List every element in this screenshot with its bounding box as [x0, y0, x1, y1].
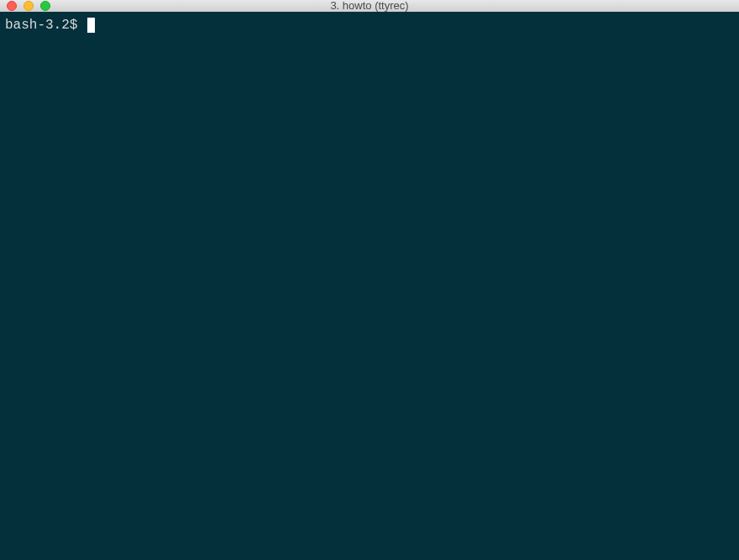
minimize-button[interactable]	[24, 1, 34, 11]
close-button[interactable]	[7, 1, 17, 11]
traffic-lights	[7, 1, 50, 11]
window-title: 3. howto (ttyrec)	[7, 0, 732, 12]
terminal-body[interactable]: bash-3.2$	[0, 12, 739, 560]
window-titlebar: 3. howto (ttyrec)	[0, 0, 739, 12]
prompt-line: bash-3.2$	[5, 17, 734, 34]
cursor-icon	[87, 18, 95, 33]
terminal-window: 3. howto (ttyrec) bash-3.2$	[0, 0, 739, 560]
shell-prompt: bash-3.2$	[5, 17, 86, 34]
zoom-button[interactable]	[40, 1, 50, 11]
